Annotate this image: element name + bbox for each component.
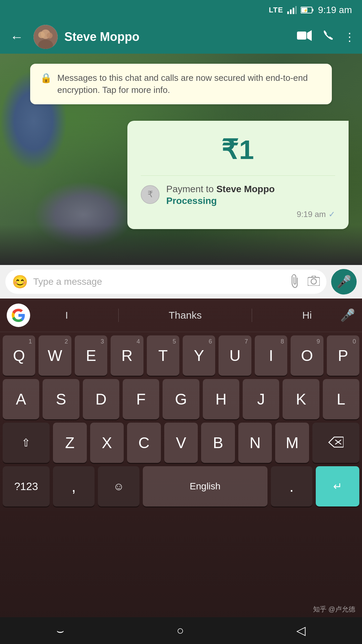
paperclip-icon — [287, 272, 304, 289]
camera-button[interactable] — [308, 276, 320, 288]
signal-icon — [287, 6, 297, 14]
key-h[interactable]: H — [203, 379, 239, 419]
payment-info: ₹ Payment to Steve Moppo Processing — [141, 182, 335, 206]
payment-detail: Payment to Steve Moppo Processing — [166, 182, 335, 206]
suggestion-divider-1 — [118, 309, 119, 322]
backspace-icon — [328, 436, 344, 448]
spacebar-key[interactable]: English — [143, 466, 267, 506]
key-row-bottom: ?123 , ☺ English . ↵ — [3, 466, 359, 506]
payment-status: Processing — [166, 196, 335, 206]
more-options-button[interactable]: ⋮ — [344, 30, 355, 44]
voice-input-button[interactable]: 🎤 — [340, 308, 355, 322]
comma-key[interactable]: , — [53, 466, 95, 506]
emoji-button[interactable]: 😊 — [12, 274, 28, 289]
lte-indicator: LTE — [269, 6, 283, 14]
key-x[interactable]: X — [90, 423, 124, 463]
suggestion-i[interactable]: I — [59, 307, 75, 324]
key-p[interactable]: 0P — [327, 335, 359, 376]
phone-call-button[interactable] — [322, 30, 334, 44]
key-e[interactable]: 3E — [75, 335, 107, 376]
voice-message-button[interactable]: 🎤 — [331, 269, 357, 294]
app-bar: ← Steve Moppo ⋮ — [0, 20, 362, 54]
microphone-icon: 🎤 — [337, 275, 352, 289]
key-l[interactable]: L — [323, 379, 359, 419]
svg-point-11 — [38, 32, 45, 38]
svg-marker-14 — [307, 30, 312, 41]
message-placeholder[interactable]: Type a message — [33, 276, 285, 287]
key-t[interactable]: 5T — [147, 335, 179, 376]
svg-rect-13 — [297, 32, 306, 40]
camera-icon-svg — [308, 276, 320, 286]
keys-area: 1Q 2W 3E 4R 5T 6Y 7U 8I 9O 0P A S D F G … — [0, 332, 362, 513]
svg-rect-3 — [295, 6, 297, 14]
key-v[interactable]: V — [164, 423, 198, 463]
key-d[interactable]: D — [83, 379, 119, 419]
encryption-notice[interactable]: 🔒 Messages to this chat and calls are no… — [30, 64, 332, 104]
word-suggestions: I Thanks Hi — [37, 307, 340, 324]
rocks-decoration — [0, 225, 362, 265]
svg-point-12 — [47, 33, 53, 39]
rupee-icon: ₹ — [147, 189, 153, 200]
phone-icon — [322, 30, 334, 42]
key-r[interactable]: 4R — [111, 335, 143, 376]
suggestion-thanks[interactable]: Thanks — [162, 307, 208, 324]
period-key[interactable]: . — [271, 466, 312, 506]
chat-area: 🔒 Messages to this chat and calls are no… — [0, 54, 362, 265]
contact-name[interactable]: Steve Moppo — [64, 30, 290, 44]
battery-icon: ⚡ — [301, 6, 314, 14]
key-row-3: ⇧ Z X C V B N M — [3, 423, 359, 463]
payment-amount: ₹1 — [141, 134, 335, 165]
message-input-bar: 😊 Type a message 🎤 — [0, 265, 362, 299]
encryption-text: Messages to this chat and calls are now … — [57, 72, 322, 96]
payment-bubble[interactable]: ₹1 ₹ Payment to Steve Moppo Processing 9… — [127, 121, 349, 229]
avatar[interactable] — [34, 25, 58, 49]
payment-time: 9:19 am ✓ — [141, 210, 335, 219]
watermark: 知乎 @卢允德 — [313, 605, 355, 614]
keyboard: I Thanks Hi 🎤 1Q 2W 3E 4R 5T 6Y 7U 8I 9O… — [0, 299, 362, 641]
key-j[interactable]: J — [243, 379, 279, 419]
status-time: 9:19 am — [318, 5, 352, 15]
app-bar-actions: ⋮ — [297, 30, 355, 44]
video-call-button[interactable] — [297, 30, 312, 44]
avatar-image — [34, 25, 58, 49]
key-u[interactable]: 7U — [219, 335, 251, 376]
suggestion-divider-2 — [252, 309, 252, 322]
key-m[interactable]: M — [275, 423, 309, 463]
suggestion-hi[interactable]: Hi — [296, 307, 318, 324]
back-button[interactable]: ← — [7, 26, 27, 48]
key-k[interactable]: K — [283, 379, 319, 419]
key-w[interactable]: 2W — [39, 335, 71, 376]
key-f[interactable]: F — [123, 379, 159, 419]
svg-rect-5 — [312, 9, 313, 11]
key-y[interactable]: 6Y — [183, 335, 215, 376]
recent-apps-button[interactable]: ⌣ — [56, 624, 64, 638]
google-logo — [7, 304, 30, 327]
key-o[interactable]: 9O — [291, 335, 323, 376]
video-camera-icon — [297, 30, 312, 41]
home-button[interactable]: ○ — [177, 624, 184, 638]
backspace-key[interactable] — [312, 423, 359, 463]
bottom-navigation: ⌣ ○ ◁ — [0, 617, 362, 644]
key-i[interactable]: 8I — [255, 335, 287, 376]
message-input-container[interactable]: 😊 Type a message — [5, 270, 326, 294]
key-z[interactable]: Z — [53, 423, 87, 463]
key-row-2: A S D F G H J K L — [3, 379, 359, 419]
key-s[interactable]: S — [43, 379, 79, 419]
payment-to-text: Payment to Steve Moppo — [166, 182, 335, 196]
key-n[interactable]: N — [238, 423, 272, 463]
enter-key[interactable]: ↵ — [316, 466, 359, 506]
emoji-keyboard-key[interactable]: ☺ — [98, 466, 139, 506]
key-c[interactable]: C — [127, 423, 161, 463]
shift-key[interactable]: ⇧ — [3, 423, 50, 463]
svg-rect-1 — [290, 9, 292, 14]
delivered-checkmark: ✓ — [328, 210, 335, 219]
symbols-key[interactable]: ?123 — [3, 466, 50, 506]
key-b[interactable]: B — [201, 423, 235, 463]
lock-icon: 🔒 — [40, 72, 52, 84]
back-button-nav[interactable]: ◁ — [296, 624, 306, 638]
key-a[interactable]: A — [3, 379, 39, 419]
key-q[interactable]: 1Q — [3, 335, 35, 376]
key-g[interactable]: G — [163, 379, 199, 419]
svg-rect-2 — [293, 8, 294, 14]
attach-button[interactable] — [287, 272, 306, 291]
